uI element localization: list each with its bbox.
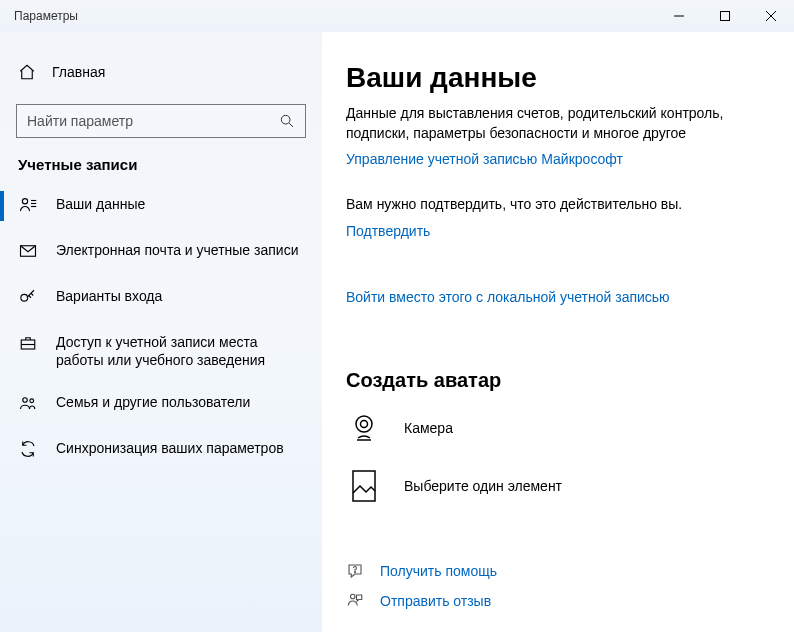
window-title: Параметры	[14, 9, 656, 23]
svg-point-17	[361, 420, 368, 427]
feedback-label: Отправить отзыв	[380, 593, 491, 609]
window-controls	[656, 0, 794, 32]
camera-label: Камера	[404, 420, 453, 436]
search-container	[16, 104, 306, 138]
nav-item-family[interactable]: Семья и другие пользователи	[0, 381, 322, 427]
camera-icon	[346, 410, 382, 446]
camera-option[interactable]: Камера	[346, 410, 764, 446]
svg-rect-1	[721, 12, 730, 21]
nav-label: Синхронизация ваших параметров	[56, 439, 294, 457]
body: Главная Учетные записи Ваши данные	[0, 32, 794, 632]
maximize-button[interactable]	[702, 0, 748, 32]
search-box[interactable]	[16, 104, 306, 138]
settings-window: Параметры Главная	[0, 0, 794, 632]
briefcase-icon	[18, 334, 38, 352]
home-icon	[18, 63, 36, 81]
page-heading: Ваши данные	[346, 62, 764, 94]
browse-icon	[346, 468, 382, 504]
sync-icon	[18, 440, 38, 458]
svg-line-5	[289, 123, 293, 127]
nav-item-your-info[interactable]: Ваши данные	[0, 183, 322, 229]
home-label: Главная	[52, 64, 105, 80]
help-icon	[346, 562, 364, 580]
nav-list: Ваши данные Электронная почта и учетные …	[0, 183, 322, 473]
svg-point-15	[30, 399, 34, 403]
svg-point-14	[23, 398, 28, 403]
section-title: Учетные записи	[0, 156, 322, 183]
nav-item-sync[interactable]: Синхронизация ваших параметров	[0, 427, 322, 473]
nav-item-email-accounts[interactable]: Электронная почта и учетные записи	[0, 229, 322, 275]
close-button[interactable]	[748, 0, 794, 32]
titlebar: Параметры	[0, 0, 794, 32]
minimize-button[interactable]	[656, 0, 702, 32]
svg-point-20	[355, 571, 356, 572]
page-description: Данные для выставления счетов, родительс…	[346, 104, 764, 143]
nav-label: Семья и другие пользователи	[56, 393, 260, 411]
user-icon	[18, 196, 38, 214]
people-icon	[18, 394, 38, 412]
svg-point-4	[281, 115, 290, 124]
feedback-icon	[346, 592, 364, 610]
search-icon	[279, 113, 295, 129]
sidebar: Главная Учетные записи Ваши данные	[0, 32, 322, 632]
svg-rect-19	[353, 471, 375, 501]
verify-link[interactable]: Подтвердить	[346, 223, 430, 239]
nav-label: Электронная почта и учетные записи	[56, 241, 308, 259]
mail-icon	[18, 242, 38, 260]
svg-point-11	[21, 294, 28, 301]
search-input[interactable]	[27, 113, 279, 129]
nav-label: Ваши данные	[56, 195, 155, 213]
svg-point-6	[22, 199, 27, 204]
get-help-link[interactable]: Получить помощь	[346, 562, 764, 580]
manage-account-link[interactable]: Управление учетной записью Майкрософт	[346, 151, 623, 167]
home-nav[interactable]: Главная	[0, 52, 322, 92]
browse-option[interactable]: Выберите один элемент	[346, 468, 764, 504]
browse-label: Выберите один элемент	[404, 478, 562, 494]
local-signin-link[interactable]: Войти вместо этого с локальной учетной з…	[346, 289, 670, 305]
verify-text: Вам нужно подтвердить, что это действите…	[346, 195, 764, 215]
nav-label: Варианты входа	[56, 287, 172, 305]
help-label: Получить помощь	[380, 563, 497, 579]
feedback-link[interactable]: Отправить отзыв	[346, 592, 764, 610]
key-icon	[18, 288, 38, 306]
content: Ваши данные Данные для выставления счето…	[322, 32, 794, 632]
avatar-heading: Создать аватар	[346, 369, 764, 392]
svg-point-16	[356, 416, 372, 432]
svg-point-21	[351, 594, 356, 599]
nav-label: Доступ к учетной записи места работы или…	[56, 333, 310, 369]
nav-item-work-school[interactable]: Доступ к учетной записи места работы или…	[0, 321, 322, 381]
nav-item-signin-options[interactable]: Варианты входа	[0, 275, 322, 321]
